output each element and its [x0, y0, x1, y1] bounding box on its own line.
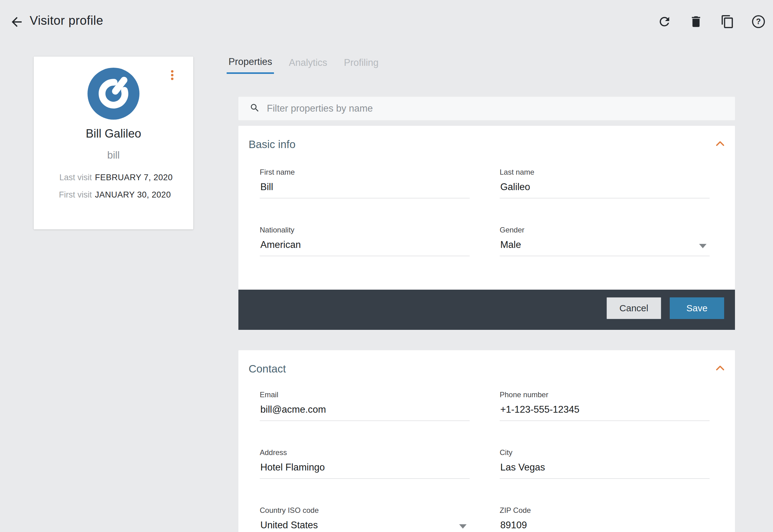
form-action-bar: Cancel Save	[238, 290, 735, 330]
first-visit-label: First visit	[34, 190, 92, 200]
visitor-name: Bill Galileo	[34, 127, 193, 140]
city-label: City	[500, 448, 710, 457]
basic-info-title: Basic info	[249, 138, 296, 151]
nationality-field: Nationality	[260, 226, 470, 256]
email-input[interactable]	[260, 404, 470, 421]
copy-button[interactable]	[720, 14, 735, 30]
contact-collapse-button[interactable]	[714, 364, 726, 373]
top-bar: Visitor profile ?	[0, 0, 773, 36]
country-iso-code-label: Country ISO code	[260, 506, 470, 515]
help-icon: ?	[751, 25, 766, 30]
address-field: Address	[260, 448, 470, 479]
email-field: Email	[260, 390, 470, 421]
delete-icon	[689, 25, 703, 30]
contact-section: Contact Email Phone number Address City …	[238, 350, 735, 532]
filter-bar	[238, 97, 735, 120]
visitor-username: bill	[34, 149, 193, 161]
last-visit-row: Last visit FEBRUARY 7, 2020	[34, 173, 193, 182]
card-menu-button[interactable]	[166, 66, 178, 84]
tab-properties[interactable]: Properties	[227, 56, 274, 74]
city-input[interactable]	[500, 462, 710, 479]
phone-number-label: Phone number	[500, 390, 710, 399]
gender-select[interactable]: Male	[500, 239, 710, 256]
kebab-menu-icon	[166, 70, 178, 80]
first-name-field: First name	[260, 168, 470, 198]
tab-analytics[interactable]: Analytics	[287, 56, 329, 74]
nationality-input[interactable]	[260, 239, 470, 256]
chevron-up-icon	[716, 143, 724, 147]
svg-text:?: ?	[756, 17, 761, 26]
refresh-icon	[657, 25, 672, 30]
address-input[interactable]	[260, 462, 470, 479]
chevron-up-icon	[716, 367, 724, 372]
tab-bar: Properties Analytics Profiling	[227, 56, 393, 74]
zip-code-field: ZIP Code	[500, 506, 710, 532]
tab-profiling[interactable]: Profiling	[342, 56, 380, 74]
last-visit-label: Last visit	[34, 173, 92, 182]
help-button[interactable]: ?	[751, 14, 766, 30]
search-icon	[238, 103, 267, 114]
zip-code-label: ZIP Code	[500, 506, 710, 515]
delete-button[interactable]	[688, 14, 704, 30]
copy-icon	[720, 25, 735, 30]
dropdown-arrow-icon	[699, 244, 707, 248]
refresh-button[interactable]	[657, 14, 672, 30]
last-name-field: Last name	[500, 168, 710, 198]
phone-number-input[interactable]	[500, 404, 710, 421]
arrow-left-icon	[9, 26, 24, 30]
email-label: Email	[260, 390, 470, 399]
save-button[interactable]: Save	[670, 297, 724, 319]
back-button[interactable]	[9, 14, 25, 30]
phone-number-field: Phone number	[500, 390, 710, 421]
country-iso-code-select[interactable]: United States	[260, 520, 470, 532]
nationality-label: Nationality	[260, 226, 470, 234]
address-label: Address	[260, 448, 470, 457]
filter-properties-input[interactable]	[267, 103, 735, 114]
first-visit-value: JANUARY 30, 2020	[95, 190, 171, 200]
last-name-label: Last name	[500, 168, 710, 177]
gender-field: Gender Male	[500, 226, 710, 256]
basic-info-section: Basic info First name Last name National…	[238, 126, 735, 290]
dropdown-arrow-icon	[459, 524, 467, 529]
cancel-button[interactable]: Cancel	[607, 297, 661, 319]
first-visit-row: First visit JANUARY 30, 2020	[34, 190, 193, 200]
power-icon	[88, 115, 139, 121]
zip-code-input[interactable]	[500, 520, 710, 532]
basic-info-collapse-button[interactable]	[714, 139, 726, 149]
city-field: City	[500, 448, 710, 479]
gender-label: Gender	[500, 226, 710, 234]
last-name-input[interactable]	[500, 181, 710, 198]
avatar	[88, 68, 139, 120]
first-name-input[interactable]	[260, 181, 470, 198]
visitor-card: Bill Galileo bill Last visit FEBRUARY 7,…	[34, 57, 193, 229]
last-visit-value: FEBRUARY 7, 2020	[95, 173, 173, 182]
country-iso-code-field: Country ISO code United States	[260, 506, 470, 532]
page-title: Visitor profile	[30, 14, 103, 28]
contact-title: Contact	[249, 363, 286, 375]
first-name-label: First name	[260, 168, 470, 177]
